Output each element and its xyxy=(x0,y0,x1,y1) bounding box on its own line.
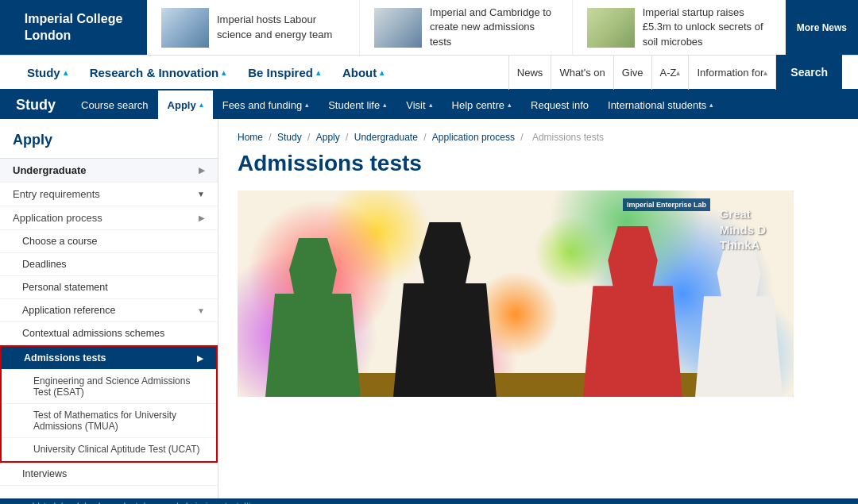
study-nav-visit-arrow: ▴ xyxy=(429,101,433,109)
study-nav-international-arrow: ▴ xyxy=(709,101,713,109)
chevron-right-icon: ▶ xyxy=(197,354,203,363)
main-panel: Home / Study / Apply / Undergraduate / A… xyxy=(218,119,858,498)
sidebar-item-entry-label: Entry requirements xyxy=(13,188,100,200)
logo-line1: Imperial College xyxy=(25,12,123,25)
study-nav-title: Study xyxy=(16,97,72,113)
sidebar-item-app-reference[interactable]: Application reference ▼ xyxy=(0,299,218,322)
status-bar-url[interactable]: ac.uk/study/apply/undergraduate/process/… xyxy=(16,501,250,504)
study-nav-visit[interactable]: Visit ▴ xyxy=(396,90,442,119)
study-nav-fees[interactable]: Fees and funding ▴ xyxy=(213,90,319,119)
news-item-2[interactable]: Imperial and Cambridge to create new adm… xyxy=(360,0,573,55)
hero-text-art: Great Minds D ThinkA xyxy=(720,206,766,253)
more-news-button[interactable]: More News xyxy=(786,0,858,55)
study-nav-apply-arrow: ▴ xyxy=(199,101,203,109)
study-nav-visit-label: Visit xyxy=(406,99,425,111)
sidebar-item-ucat-label: University Clinical Aptitude Test (UCAT) xyxy=(33,444,200,455)
breadcrumb-study[interactable]: Study xyxy=(277,132,302,143)
chevron-right-icon: ▶ xyxy=(199,214,205,222)
main-nav-right: News What's on Give A-Z ▴ Information fo… xyxy=(508,55,842,90)
study-secondary-nav: Study Course search Apply ▴ Fees and fun… xyxy=(0,90,858,119)
study-nav-request-label: Request info xyxy=(531,99,589,111)
sidebar-item-entry-requirements[interactable]: Entry requirements ▼ xyxy=(0,183,218,206)
sidebar-red-box: Admissions tests ▶ Engineering and Scien… xyxy=(0,345,218,463)
breadcrumb-sep-2: / xyxy=(307,132,313,143)
hero-image: Imperial Enterprise Lab Great Minds D Th… xyxy=(238,190,794,397)
study-nav-international-label: International students xyxy=(608,99,706,111)
study-nav-student-life[interactable]: Student life ▴ xyxy=(319,90,396,119)
sidebar-item-application-process[interactable]: Application process ▶ xyxy=(0,206,218,230)
breadcrumb: Home / Study / Apply / Undergraduate / A… xyxy=(238,132,839,143)
search-button[interactable]: Search xyxy=(776,55,842,90)
study-nav-help-arrow: ▴ xyxy=(508,101,512,109)
nav-about[interactable]: About ▴ xyxy=(331,55,395,90)
chevron-right-icon: ▼ xyxy=(197,190,205,198)
sidebar-item-contextual-label: Contextual admissions schemes xyxy=(22,328,164,339)
news-thumb-2 xyxy=(374,8,422,48)
sidebar-item-deadlines[interactable]: Deadlines xyxy=(0,253,218,276)
sidebar-item-choose-course[interactable]: Choose a course xyxy=(0,230,218,253)
chevron-right-icon: ▶ xyxy=(199,166,205,175)
sidebar-item-personal-label: Personal statement xyxy=(22,282,108,293)
breadcrumb-appprocess[interactable]: Application process xyxy=(432,132,515,143)
study-nav-international[interactable]: International students ▴ xyxy=(598,90,723,119)
hero-person3 xyxy=(583,226,682,397)
sidebar-item-ucat[interactable]: University Clinical Aptitude Test (UCAT) xyxy=(2,438,216,461)
study-nav-help[interactable]: Help centre ▴ xyxy=(443,90,521,119)
news-link-1[interactable]: Imperial hosts Labour science and energy… xyxy=(217,13,332,40)
study-nav-course-search[interactable]: Course search xyxy=(72,90,158,119)
top-news-bar: Imperial College London Imperial hosts L… xyxy=(0,0,858,56)
breadcrumb-undergraduate[interactable]: Undergraduate xyxy=(354,132,418,143)
main-nav: Study ▴ Research & Innovation ▴ Be Inspi… xyxy=(0,56,858,90)
nav-news[interactable]: News xyxy=(508,55,552,90)
nav-az-arrow: ▴ xyxy=(676,68,680,77)
chevron-down-icon: ▼ xyxy=(197,306,205,315)
breadcrumb-home[interactable]: Home xyxy=(238,132,263,143)
news-link-3[interactable]: Imperial startup raises £5.3m to unlock … xyxy=(643,6,763,47)
nav-give[interactable]: Give xyxy=(614,55,652,90)
sidebar-item-personal-statement[interactable]: Personal statement xyxy=(0,276,218,299)
sidebar-item-admissions-label: Admissions tests xyxy=(24,352,106,364)
content-area: Apply Undergraduate ▶ Entry requirements… xyxy=(0,119,858,498)
news-item-3[interactable]: Imperial startup raises £5.3m to unlock … xyxy=(573,0,786,55)
nav-about-label: About xyxy=(342,66,377,79)
sidebar-item-undergraduate[interactable]: Undergraduate ▶ xyxy=(0,159,218,183)
nav-study[interactable]: Study ▴ xyxy=(16,55,79,90)
study-nav-fees-label: Fees and funding xyxy=(222,99,302,111)
nav-study-arrow: ▴ xyxy=(64,68,68,77)
sidebar-item-interviews[interactable]: Interviews xyxy=(0,463,218,486)
nav-inspired-label: Be Inspired xyxy=(248,66,313,79)
sidebar-item-tmua[interactable]: Test of Mathematics for University Admis… xyxy=(2,404,216,438)
study-nav-course-search-label: Course search xyxy=(81,99,149,111)
nav-research-arrow: ▴ xyxy=(222,68,226,77)
main-nav-left: Study ▴ Research & Innovation ▴ Be Inspi… xyxy=(16,55,395,90)
news-item-1[interactable]: Imperial hosts Labour science and energy… xyxy=(147,0,360,55)
news-text-3: Imperial startup raises £5.3m to unlock … xyxy=(643,6,771,49)
news-items-container: Imperial hosts Labour science and energy… xyxy=(147,0,786,55)
study-nav-apply[interactable]: Apply ▴ xyxy=(158,90,213,119)
nav-az-label: A-Z xyxy=(660,67,677,79)
nav-infofor-arrow: ▴ xyxy=(763,68,767,77)
sidebar-item-esat[interactable]: Engineering and Science Admissions Test … xyxy=(2,370,216,404)
study-nav-help-label: Help centre xyxy=(452,99,504,111)
hero-person1 xyxy=(265,238,361,397)
breadcrumb-sep-3: / xyxy=(346,132,351,143)
breadcrumb-sep-4: / xyxy=(423,132,429,143)
sidebar-item-deadlines-label: Deadlines xyxy=(22,259,67,270)
nav-infofor-label: Information for xyxy=(697,67,763,79)
nav-infofor[interactable]: Information for ▴ xyxy=(689,55,776,90)
breadcrumb-sep-1: / xyxy=(269,132,274,143)
breadcrumb-current: Admissions tests xyxy=(532,132,604,143)
hero-person4 xyxy=(695,242,783,397)
sidebar-item-interviews-label: Interviews xyxy=(22,468,67,479)
sidebar-item-admissions-tests[interactable]: Admissions tests ▶ xyxy=(2,347,216,370)
study-nav-fees-arrow: ▴ xyxy=(305,101,309,109)
study-nav-request[interactable]: Request info xyxy=(521,90,598,119)
news-link-2[interactable]: Imperial and Cambridge to create new adm… xyxy=(430,6,551,47)
sidebar-item-contextual[interactable]: Contextual admissions schemes xyxy=(0,322,218,345)
breadcrumb-apply[interactable]: Apply xyxy=(316,132,340,143)
nav-inspired[interactable]: Be Inspired ▴ xyxy=(237,55,331,90)
nav-az[interactable]: A-Z ▴ xyxy=(652,55,690,90)
logo[interactable]: Imperial College London xyxy=(0,0,147,55)
nav-whatson[interactable]: What's on xyxy=(551,55,613,90)
nav-research[interactable]: Research & Innovation ▴ xyxy=(79,55,238,90)
